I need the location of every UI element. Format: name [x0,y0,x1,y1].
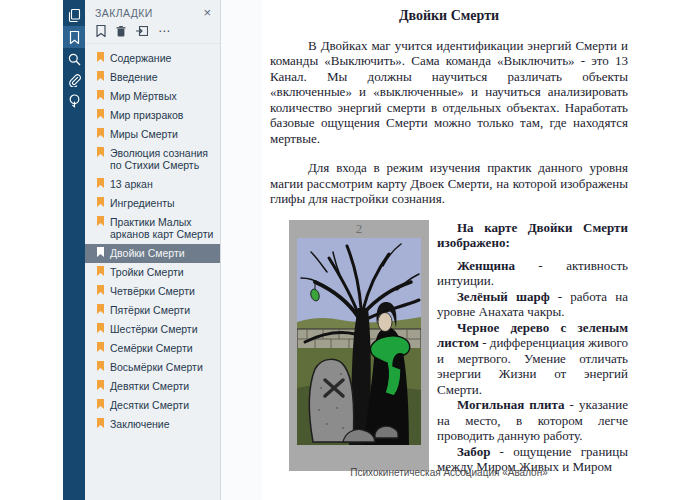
bookmarks-panel-title: ЗАКЛАДКИ [95,7,153,19]
bookmark-item[interactable]: Эволюция сознания по Стихии Смерть [85,144,220,175]
bookmark-flag-icon [97,109,104,119]
card-section: 2 [270,220,628,475]
bookmark-flag-icon [97,380,104,390]
bookmark-flag-icon [97,197,104,207]
bookmarks-panel-header: ЗАКЛАДКИ × [85,0,220,20]
bookmarks-panel-toolbar: ⋯ [85,20,220,44]
navigation-toolbar [63,0,85,500]
bookmark-item[interactable]: Пятёрки Смерти [85,301,220,320]
bookmark-flag-icon [97,128,104,138]
bookmark-flag-icon [97,285,104,295]
bookmark-label: Содержание [110,52,171,64]
document-content: Двойки Смерти В Двойках маг учится идент… [270,8,628,475]
bookmark-label: Практики Малых арканов карт Смерти [110,216,214,240]
bookmark-item[interactable]: Содержание [85,49,220,68]
bookmark-label: Эволюция сознания по Стихии Смерть [110,147,214,171]
page-thumbnails-button[interactable] [63,5,85,25]
document-viewer[interactable]: Двойки Смерти В Двойках маг учится идент… [221,0,700,500]
card-artwork [297,238,421,445]
bookmark-label: Восьмёрки Смерти [110,361,203,373]
bookmark-flag-icon [97,71,104,81]
bookmark-flag-icon [97,418,104,428]
glyph-description: Женщина - активность интуиции. [437,258,628,289]
tarot-card-image: 2 [289,220,429,471]
signatures-button[interactable] [63,91,85,111]
bookmark-flag-icon [97,342,104,352]
bookmark-flag-icon [97,52,104,62]
bookmark-label: Мир Мёртвых [110,90,177,102]
pages-icon [68,9,81,22]
bookmark-icon [69,31,80,44]
bookmark-item[interactable]: Ингредиенты [85,194,220,213]
bookmark-flag-icon [97,323,104,333]
bookmark-label: Девятки Смерти [110,380,189,392]
close-icon[interactable]: × [203,8,211,18]
trash-icon [116,26,126,37]
bookmark-label: Десятки Смерти [110,399,189,411]
bookmark-flag-icon [97,361,104,371]
bookmark-label: Мир призраков [110,109,183,121]
glyph-description: Могильная плита - указание на место, в к… [437,397,628,444]
bookmark-item[interactable]: Девятки Смерти [85,377,220,396]
glyph-description: Черное дерево с зеленым листом - диффере… [437,320,628,398]
set-destination-button[interactable] [136,26,148,36]
bookmark-item[interactable]: Введение [85,68,220,87]
bookmark-item[interactable]: Шестёрки Смерти [85,320,220,339]
bookmark-flag-icon [97,90,104,100]
bookmark-label: Введение [110,71,158,83]
bookmark-item[interactable]: Восьмёрки Смерти [85,358,220,377]
bookmark-item[interactable]: Мир Мёртвых [85,87,220,106]
card-number: 2 [289,221,429,237]
glyph-description: Зелёный шарф - работа на уровне Анахата … [437,289,628,320]
bookmark-flag-icon [97,147,104,157]
bookmark-flag-icon [97,216,104,226]
bookmark-flag-icon [97,247,104,257]
card-description-column: На карте Двойки Смерти изображено: Женщи… [437,220,628,475]
signatures-icon [68,94,81,108]
bookmark-label: Ингредиенты [110,197,175,209]
paperclip-icon [68,74,81,87]
add-bookmark-icon [96,25,106,37]
bookmarks-panel-button[interactable] [63,26,85,48]
set-destination-icon [136,26,148,36]
bookmark-label: Семёрки Смерти [110,342,193,354]
bookmark-flag-icon [97,399,104,409]
card-description-heading: На карте Двойки Смерти изображено: [437,220,628,251]
attachments-button[interactable] [63,70,85,90]
bookmark-item[interactable]: Семёрки Смерти [85,339,220,358]
bookmark-item[interactable]: Четвёрки Смерти [85,282,220,301]
bookmarks-list: Содержание Введение Мир Мёртвых Мир приз… [85,44,220,434]
bookmark-label: Двойки Смерти [110,247,185,259]
bookmark-item[interactable]: Практики Малых арканов карт Смерти [85,213,220,244]
bookmark-item-current[interactable]: Двойки Смерти [85,244,220,263]
paragraph: В Двойках маг учится идентификации энерг… [270,38,628,147]
bookmark-label: Шестёрки Смерти [110,323,198,335]
bookmark-label: Миры Смерти [110,128,178,140]
bookmark-item[interactable]: Тройки Смерти [85,263,220,282]
bookmark-item[interactable]: Заключение [85,415,220,434]
bookmark-flag-icon [97,178,104,188]
page-footer: Психокинетическая Ассоциация «Авалон» [270,467,628,478]
page-title: Двойки Смерти [270,8,628,24]
bookmarks-panel: ЗАКЛАДКИ × ⋯ Содержание Введение Мир Мёр… [85,0,221,500]
paragraph: Для входа в режим изучения практик данно… [270,160,628,207]
more-options-button[interactable]: ⋯ [158,27,171,35]
bookmark-label: 13 аркан [110,178,153,190]
search-button[interactable] [63,49,85,69]
bookmark-item[interactable]: Миры Смерти [85,125,220,144]
bookmark-item[interactable]: Мир призраков [85,106,220,125]
pdf-page: Двойки Смерти В Двойках маг учится идент… [262,0,700,500]
bookmark-label: Заключение [110,418,169,430]
bookmark-flag-icon [97,266,104,276]
search-icon [68,53,81,66]
bookmark-item[interactable]: Десятки Смерти [85,396,220,415]
bookmark-label: Четвёрки Смерти [110,285,195,297]
bookmark-label: Тройки Смерти [110,266,184,278]
bookmark-label: Пятёрки Смерти [110,304,190,316]
add-bookmark-button[interactable] [96,25,106,37]
bookmark-flag-icon [97,304,104,314]
bookmark-item[interactable]: 13 аркан [85,175,220,194]
delete-bookmark-button[interactable] [116,26,126,37]
